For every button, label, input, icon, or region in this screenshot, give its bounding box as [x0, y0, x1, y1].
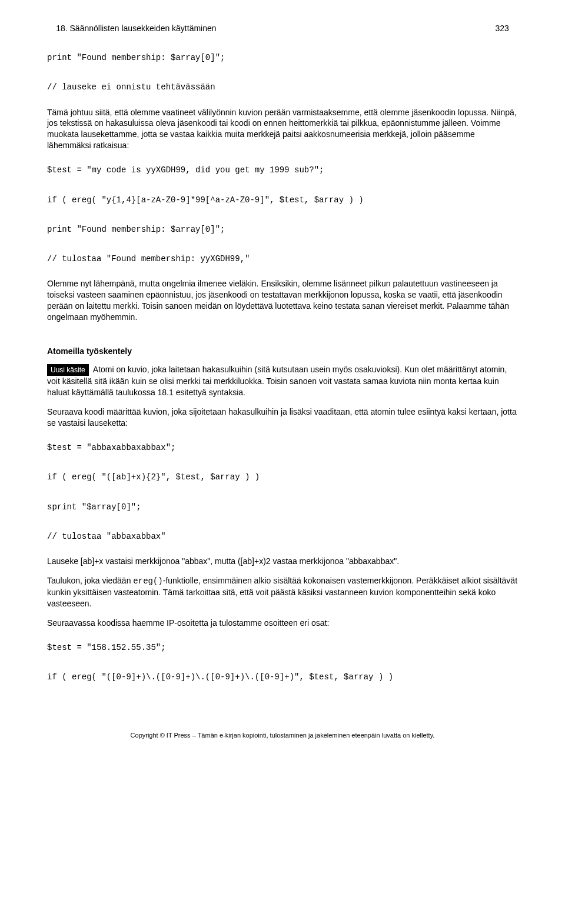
paragraph-5: Lauseke [ab]+x vastaisi merkkijonoa "abb… [47, 556, 518, 567]
code-block-4: $test = "158.152.55.35"; if ( ereg( "([0… [47, 641, 518, 685]
page-header: 18. Säännöllisten lausekkeiden käyttämin… [47, 24, 518, 33]
inline-code-ereg: ereg() [133, 576, 162, 586]
paragraph-6: Taulukon, joka viedään ereg()-funktiolle… [47, 575, 518, 609]
paragraph-6a: Taulukon, joka viedään [47, 576, 133, 585]
paragraph-7: Seuraavassa koodissa haemme IP-osoitetta… [47, 618, 518, 629]
paragraph-3-text: Atomi on kuvio, joka laitetaan hakasulku… [47, 365, 507, 397]
paragraph-2: Olemme nyt lähempänä, mutta ongelmia ilm… [47, 278, 518, 323]
document-page: 18. Säännöllisten lausekkeiden käyttämin… [0, 0, 565, 750]
paragraph-1: Tämä johtuu siitä, että olemme vaatineet… [47, 107, 518, 152]
section-title-atoms: Atomeilla työskentely [47, 346, 518, 356]
code-block-1: print "Found membership: $array[0]"; // … [47, 51, 518, 95]
paragraph-3: Uusi käsite Atomi on kuvio, joka laiteta… [47, 364, 518, 398]
code-block-2: $test = "my code is yyXGDH99, did you ge… [47, 163, 518, 266]
paragraph-4: Seuraava koodi määrittää kuvion, joka si… [47, 406, 518, 429]
copyright-footer: Copyright © IT Press – Tämän e-kirjan ko… [47, 732, 518, 739]
code-block-3: $test = "abbaxabbaxabbax"; if ( ereg( "(… [47, 441, 518, 544]
new-concept-badge: Uusi käsite [47, 364, 89, 376]
page-number: 323 [495, 24, 508, 33]
chapter-title: 18. Säännöllisten lausekkeiden käyttämin… [56, 24, 216, 33]
